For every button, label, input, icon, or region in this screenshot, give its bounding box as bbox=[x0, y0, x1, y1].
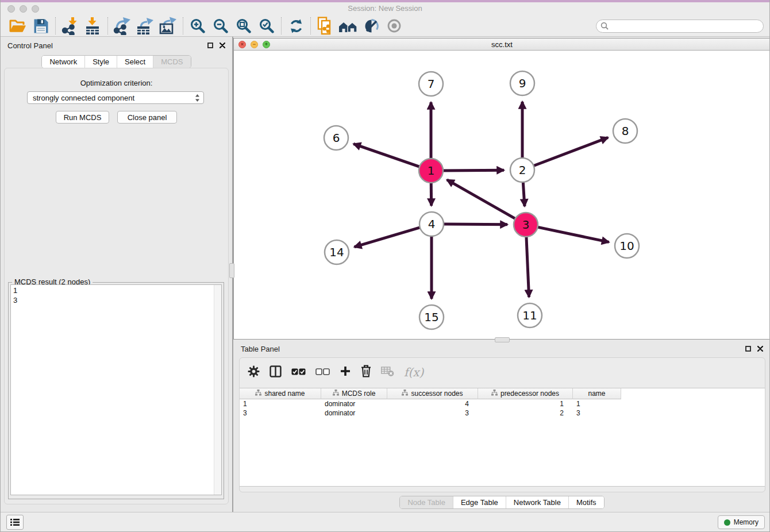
table-cell[interactable]: 2 bbox=[478, 409, 573, 417]
close-panel-button[interactable]: Close panel bbox=[117, 111, 177, 124]
import-table-icon[interactable] bbox=[82, 17, 105, 35]
column-label: successor nodes bbox=[411, 390, 463, 398]
column-type-icon bbox=[255, 390, 261, 398]
network-canvas[interactable]: 7968124314101511 bbox=[234, 51, 770, 339]
graph-edge-3-1[interactable] bbox=[447, 180, 517, 219]
graph-edge-1-6[interactable] bbox=[353, 144, 421, 167]
graph-edge-3-10[interactable] bbox=[537, 227, 609, 242]
graph-node-9[interactable]: 9 bbox=[510, 71, 534, 95]
table-cell[interactable]: 1 bbox=[573, 400, 621, 408]
table-cell[interactable]: dominator bbox=[321, 400, 387, 408]
horizontal-splitter-handle[interactable] bbox=[495, 337, 510, 342]
task-history-button[interactable] bbox=[6, 515, 24, 530]
tab-select[interactable]: Select bbox=[117, 56, 153, 68]
svg-text:8: 8 bbox=[622, 124, 629, 138]
tab-edge-table[interactable]: Edge Table bbox=[453, 496, 506, 508]
memory-status-icon bbox=[724, 519, 730, 526]
network-window-titlebar[interactable]: × − + scc.txt bbox=[234, 38, 770, 51]
graph-node-6[interactable]: 6 bbox=[324, 126, 348, 150]
graph-edge-3-11[interactable] bbox=[526, 236, 529, 297]
float-panel-icon[interactable] bbox=[207, 43, 213, 48]
criterion-value: strongly connected component bbox=[33, 94, 134, 102]
table-cell[interactable]: 3 bbox=[387, 409, 478, 417]
table-toolbar: f(x) bbox=[248, 363, 424, 382]
export-table-icon[interactable] bbox=[134, 17, 157, 35]
graph-node-15[interactable]: 15 bbox=[419, 305, 444, 329]
column-type-icon bbox=[402, 390, 408, 398]
graph-node-1[interactable]: 1 bbox=[419, 159, 443, 183]
close-panel-icon[interactable] bbox=[757, 346, 763, 352]
result-scrollbar[interactable] bbox=[214, 285, 221, 495]
criterion-select[interactable]: strongly connected component bbox=[27, 91, 204, 104]
graph-edge-4-14[interactable] bbox=[355, 227, 421, 246]
open-session-icon[interactable] bbox=[6, 17, 29, 35]
column-header-name[interactable]: name bbox=[573, 388, 621, 399]
column-label: predecessor nodes bbox=[500, 390, 559, 398]
select-all-icon[interactable] bbox=[291, 367, 306, 377]
table-cell[interactable]: 4 bbox=[387, 400, 478, 408]
tab-mcds[interactable]: MCDS bbox=[153, 56, 190, 68]
tab-style[interactable]: Style bbox=[84, 56, 117, 68]
close-panel-icon[interactable] bbox=[220, 43, 225, 48]
graph-node-2[interactable]: 2 bbox=[510, 158, 534, 182]
control-panel-tabs: NetworkStyleSelectMCDS bbox=[41, 55, 191, 68]
show-columns-icon[interactable] bbox=[270, 365, 282, 380]
graph-node-10[interactable]: 10 bbox=[615, 234, 639, 258]
graph-edge-1-2[interactable] bbox=[442, 170, 504, 171]
tab-network-table[interactable]: Network Table bbox=[506, 496, 568, 508]
graph-node-8[interactable]: 8 bbox=[613, 119, 637, 143]
first-neighbors-icon[interactable] bbox=[337, 17, 360, 35]
search-box[interactable] bbox=[596, 20, 764, 33]
graph-node-11[interactable]: 11 bbox=[518, 303, 542, 327]
column-header-predecessor-nodes[interactable]: predecessor nodes bbox=[478, 388, 573, 399]
zoom-fit-icon[interactable] bbox=[232, 17, 255, 35]
tab-node-table[interactable]: Node Table bbox=[400, 496, 453, 508]
zoom-out-icon[interactable] bbox=[209, 17, 232, 35]
control-panel-header: Control Panel bbox=[1, 38, 232, 53]
table-row[interactable]: 1dominator411 bbox=[240, 399, 765, 408]
clone-network-icon[interactable] bbox=[314, 17, 337, 35]
table-cell[interactable]: 1 bbox=[240, 400, 321, 408]
zoom-selected-icon[interactable] bbox=[255, 17, 278, 35]
table-cell[interactable]: 3 bbox=[573, 409, 621, 417]
column-header-MCDS-role[interactable]: MCDS role bbox=[321, 388, 387, 399]
graph-node-14[interactable]: 14 bbox=[325, 240, 349, 264]
graph-edge-2-8[interactable] bbox=[533, 137, 608, 166]
delete-rows-icon[interactable] bbox=[361, 365, 371, 380]
unselect-all-icon[interactable] bbox=[315, 367, 330, 377]
table-cell[interactable]: 1 bbox=[478, 400, 573, 408]
svg-text:1: 1 bbox=[428, 164, 435, 178]
table-row[interactable]: 3dominator323 bbox=[240, 408, 765, 418]
table-cell[interactable]: dominator bbox=[321, 409, 387, 417]
hide-selected-icon[interactable] bbox=[360, 17, 383, 35]
memory-button[interactable]: Memory bbox=[718, 515, 765, 529]
zoom-in-icon[interactable] bbox=[186, 17, 209, 35]
mcds-result-text[interactable]: 1 3 bbox=[10, 284, 222, 495]
vertical-splitter-handle[interactable] bbox=[229, 263, 234, 278]
float-panel-icon[interactable] bbox=[745, 346, 751, 352]
add-row-icon[interactable] bbox=[340, 365, 351, 379]
search-input[interactable] bbox=[611, 21, 763, 32]
graph-node-7[interactable]: 7 bbox=[419, 72, 443, 96]
export-image-icon[interactable] bbox=[157, 17, 180, 35]
graph-edge-4-3[interactable] bbox=[442, 224, 507, 225]
graph-edge-2-3[interactable] bbox=[523, 181, 525, 206]
network-window-title: scc.txt bbox=[234, 40, 770, 49]
title-bar: Session: New Session bbox=[1, 0, 769, 16]
export-network-icon[interactable] bbox=[111, 17, 134, 35]
table-cell[interactable]: 3 bbox=[240, 409, 321, 417]
run-mcds-button[interactable]: Run MCDS bbox=[56, 111, 109, 124]
column-label: MCDS role bbox=[342, 390, 376, 398]
tab-network[interactable]: Network bbox=[42, 56, 84, 68]
column-header-successor-nodes[interactable]: successor nodes bbox=[387, 388, 478, 399]
graph-node-3[interactable]: 3 bbox=[514, 213, 538, 237]
svg-text:3: 3 bbox=[522, 218, 530, 232]
graph-node-4[interactable]: 4 bbox=[419, 212, 444, 236]
tab-motifs[interactable]: Motifs bbox=[568, 496, 604, 508]
save-session-icon[interactable] bbox=[29, 17, 52, 35]
network-view-window: × − + scc.txt 7968124314101511 bbox=[233, 38, 770, 340]
import-network-icon[interactable] bbox=[59, 17, 82, 35]
refresh-view-icon[interactable] bbox=[284, 17, 307, 35]
column-header-shared-name[interactable]: shared name bbox=[240, 388, 321, 399]
table-settings-icon[interactable] bbox=[248, 365, 260, 380]
